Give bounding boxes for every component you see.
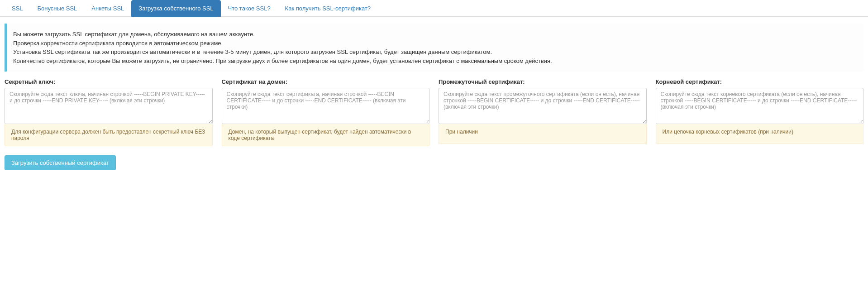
info-panel: Вы можете загрузить SSL сертификат для д… xyxy=(5,24,863,72)
domain-cert-textarea[interactable] xyxy=(222,88,430,124)
info-line-4: Количество сертификатов, которые Вы може… xyxy=(13,57,857,66)
tab-ssl[interactable]: SSL xyxy=(5,0,30,17)
domain-cert-label: Сертификат на домен: xyxy=(222,78,430,85)
intermediate-cert-column: Промежуточный сертификат: При наличии xyxy=(439,78,647,146)
private-key-column: Секретный ключ: Для конфигурации сервера… xyxy=(5,78,213,146)
tab-how-to-get-ssl[interactable]: Как получить SSL-сертификат? xyxy=(278,0,378,17)
intermediate-cert-help: При наличии xyxy=(439,124,647,144)
private-key-label: Секретный ключ: xyxy=(5,78,213,85)
root-cert-textarea[interactable] xyxy=(656,88,864,124)
certificate-form-row: Секретный ключ: Для конфигурации сервера… xyxy=(0,78,868,146)
tab-bonus-ssl[interactable]: Бонусные SSL xyxy=(30,0,85,17)
upload-certificate-button[interactable]: Загрузить собственный сертификат xyxy=(5,155,116,170)
root-cert-label: Корневой сертификат: xyxy=(656,78,864,85)
info-line-3: Установка SSL сертификата так же произво… xyxy=(13,48,857,57)
tab-upload-own-ssl[interactable]: Загрузка собственного SSL xyxy=(131,0,220,17)
info-line-1: Вы можете загрузить SSL сертификат для д… xyxy=(13,30,857,39)
intermediate-cert-label: Промежуточный сертификат: xyxy=(439,78,647,85)
root-cert-column: Корневой сертификат: Или цепочка корневы… xyxy=(656,78,864,146)
intermediate-cert-textarea[interactable] xyxy=(439,88,647,124)
domain-cert-column: Сертификат на домен: Домен, на который в… xyxy=(222,78,430,146)
domain-cert-help: Домен, на который выпущен сертификат, бу… xyxy=(222,124,430,146)
root-cert-help: Или цепочка корневых сертификатов (при н… xyxy=(656,124,864,144)
tab-what-is-ssl[interactable]: Что такое SSL? xyxy=(221,0,278,17)
private-key-textarea[interactable] xyxy=(5,88,213,124)
private-key-help: Для конфигурации сервера должен быть пре… xyxy=(5,124,213,146)
ssl-tabs: SSL Бонусные SSL Анкеты SSL Загрузка соб… xyxy=(0,0,868,17)
tab-ssl-questionnaires[interactable]: Анкеты SSL xyxy=(84,0,131,17)
info-line-2: Проверка корректности сертификата провод… xyxy=(13,39,857,48)
